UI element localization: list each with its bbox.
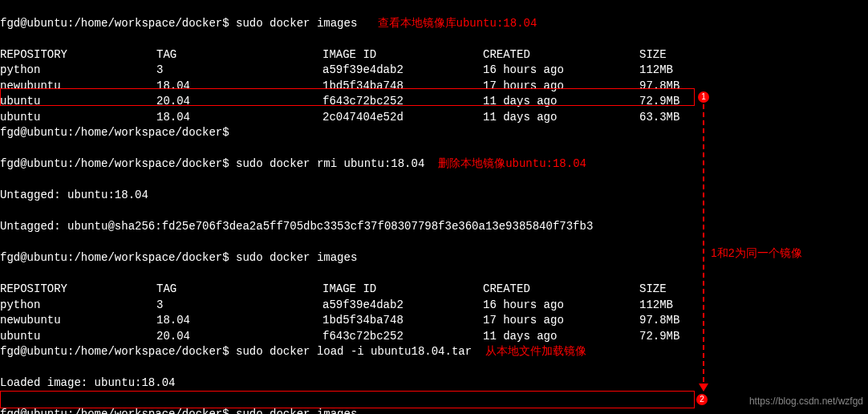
table-row: ubuntu18.042c047404e52d11 days ago63.3MB — [0, 110, 868, 126]
table-header: REPOSITORYTAGIMAGE IDCREATEDSIZE — [0, 47, 868, 63]
table-row: ubuntu20.04f643c72bc25211 days ago72.9MB — [0, 94, 868, 110]
header-tag: TAG — [156, 47, 322, 63]
arrow-line-icon — [703, 104, 704, 390]
command-text: sudo docker load -i ubuntu18.04.tar — [236, 345, 472, 358]
header-image-id: IMAGE ID — [322, 47, 483, 63]
badge-1-icon: 1 — [698, 91, 709, 103]
command-text: sudo docker images — [236, 17, 357, 30]
annotation-same-image: 1和2为同一个镜像 — [711, 246, 802, 262]
annotation-delete-local: 删除本地镜像ubuntu:18.04 — [438, 157, 586, 170]
header-repo: REPOSITORY — [0, 47, 156, 63]
output-untagged-sha: Untagged: ubuntu@sha256:fd25e706f3dea2a5… — [0, 219, 868, 235]
header-size: SIZE — [639, 47, 667, 63]
table-row: python3a59f39e4dab216 hours ago112MB — [0, 63, 868, 79]
header-created: CREATED — [483, 47, 639, 63]
cmd-line-1: fgd@ubuntu:/home/workspace/docker$ sudo … — [0, 16, 868, 32]
output-loaded: Loaded image: ubuntu:18.04 — [0, 375, 868, 392]
command-text: sudo docker images — [236, 251, 357, 264]
table-row: ubuntu20.04f643c72bc25211 days ago72.9MB — [0, 329, 868, 345]
cmd-line-4: fgd@ubuntu:/home/workspace/docker$ sudo … — [0, 344, 868, 360]
prompt: fgd@ubuntu:/home/workspace/docker$ — [0, 17, 229, 30]
arrow-head-icon — [699, 384, 708, 392]
command-text: sudo docker rmi ubuntu:18.04 — [236, 157, 424, 170]
cmd-line-2: fgd@ubuntu:/home/workspace/docker$ sudo … — [0, 156, 868, 172]
annotation-view-local: 查看本地镜像库ubuntu:18.04 — [378, 17, 537, 30]
table-header: REPOSITORYTAGIMAGE IDCREATEDSIZE — [0, 282, 868, 298]
command-text: sudo docker images — [236, 408, 357, 414]
table-row: python3a59f39e4dab216 hours ago112MB — [0, 298, 868, 314]
watermark-text: https://blog.csdn.net/wzfgd — [749, 394, 863, 410]
prompt-line: fgd@ubuntu:/home/workspace/docker$ — [0, 125, 868, 141]
cmd-line-5: fgd@ubuntu:/home/workspace/docker$ sudo … — [0, 407, 868, 414]
table-row: newubuntu18.041bd5f34ba74817 hours ago97… — [0, 313, 868, 329]
annotation-load-file: 从本地文件加载镜像 — [485, 345, 586, 358]
terminal-output: fgd@ubuntu:/home/workspace/docker$ sudo … — [0, 0, 868, 414]
badge-2-icon: 2 — [696, 394, 708, 405]
output-untagged: Untagged: ubuntu:18.04 — [0, 188, 868, 204]
table-row: newubuntu18.041bd5f34ba74817 hours ago97… — [0, 79, 868, 95]
